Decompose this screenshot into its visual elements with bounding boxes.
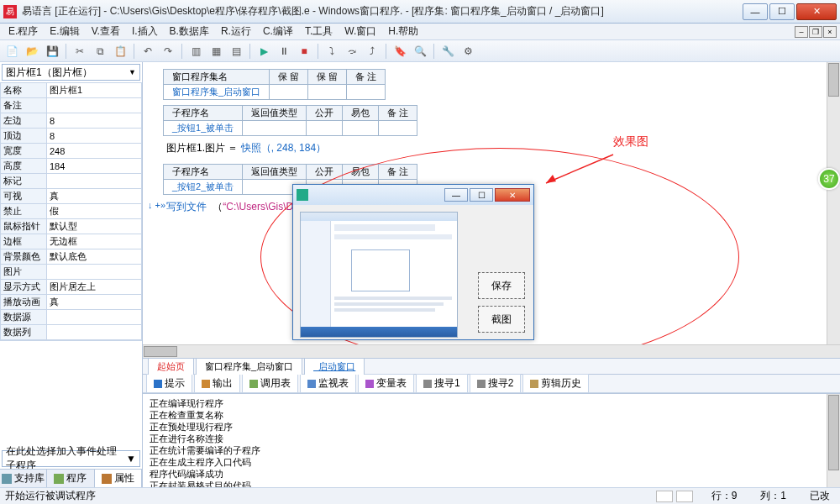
tool2-icon[interactable]: ⚙: [459, 43, 476, 60]
prop-value[interactable]: 图片居左上: [47, 280, 142, 295]
object-selector[interactable]: 图片框1（图片框） ▼: [2, 64, 140, 81]
search-icon: [477, 380, 486, 388]
prop-value[interactable]: 默认底色: [47, 249, 142, 265]
output-vscroll[interactable]: [827, 394, 840, 487]
status-icon2[interactable]: [676, 491, 693, 502]
menu-run[interactable]: R.运行: [216, 23, 256, 40]
debug-tab-cliphist[interactable]: 剪辑历史: [522, 374, 589, 393]
annotation-arrow: [538, 155, 622, 188]
prop-value[interactable]: 8: [47, 129, 142, 144]
close-button[interactable]: ✕: [796, 3, 837, 20]
editor-hscroll[interactable]: [143, 344, 840, 358]
mdi-restore[interactable]: ❐: [809, 26, 822, 38]
mdi-close[interactable]: ×: [823, 26, 837, 38]
tab-program[interactable]: 程序: [47, 470, 94, 487]
menu-program[interactable]: E.程序: [3, 23, 43, 40]
prop-value[interactable]: [47, 265, 142, 280]
cut-icon[interactable]: ✂: [71, 43, 88, 60]
new-icon[interactable]: 📄: [3, 43, 20, 60]
prop-value[interactable]: 假: [47, 204, 142, 219]
stop-icon[interactable]: ■: [296, 43, 312, 60]
preview-capture-button[interactable]: 截图: [478, 306, 525, 333]
redo-icon[interactable]: ↷: [160, 43, 176, 60]
mdi-minimize[interactable]: –: [795, 26, 808, 38]
output-pane[interactable]: 正在编译现行程序 正在检查重复名称 正在预处理现行程序 正在进行名称连接 正在统…: [143, 393, 840, 487]
debug-tab-search2[interactable]: 搜寻2: [470, 374, 522, 393]
preview-close[interactable]: ✕: [495, 188, 530, 202]
prop-value[interactable]: [47, 98, 142, 113]
open-icon[interactable]: 📂: [24, 43, 40, 60]
prop-value[interactable]: 图片框1: [47, 83, 142, 98]
tool1-icon[interactable]: 🔧: [439, 43, 456, 60]
debug-tab-search1[interactable]: 搜寻1: [416, 374, 468, 393]
debug-tab-output[interactable]: 输出: [194, 374, 240, 393]
menu-edit[interactable]: E.编辑: [45, 23, 84, 40]
debug-tab-vars[interactable]: 变量表: [358, 374, 414, 393]
stepout-icon[interactable]: ⤴: [364, 43, 381, 60]
menu-database[interactable]: B.数据库: [165, 23, 214, 40]
doc-tab-start[interactable]: 起始页: [148, 358, 194, 375]
prop-value[interactable]: [47, 174, 142, 189]
menu-help[interactable]: H.帮助: [383, 23, 423, 40]
pause-icon[interactable]: ⏸: [276, 43, 292, 60]
status-message: 开始运行被调试程序: [5, 489, 96, 503]
paste-icon[interactable]: 📋: [112, 43, 129, 60]
prop-value[interactable]: 8: [47, 113, 142, 129]
status-icon1[interactable]: [656, 491, 673, 502]
preview-minimize[interactable]: —: [444, 188, 468, 202]
call-icon: [249, 380, 258, 388]
menu-compile[interactable]: C.编译: [258, 23, 298, 40]
stepinto-icon[interactable]: ⤵: [323, 43, 340, 60]
run-icon[interactable]: ▶: [255, 43, 272, 60]
prop-value[interactable]: 默认型: [47, 219, 142, 234]
debug-tab-callstack[interactable]: 调用表: [242, 374, 298, 393]
prop-value[interactable]: [47, 325, 142, 340]
preview-maximize[interactable]: ☐: [470, 188, 493, 202]
preview-image-box: [300, 212, 458, 338]
tab-support-lib[interactable]: 支持库: [0, 470, 47, 487]
layout2-icon[interactable]: ▦: [207, 43, 224, 60]
preview-save-button[interactable]: 保存: [478, 272, 525, 299]
debug-tab-watch[interactable]: 监视表: [300, 374, 356, 393]
preview-app-icon: [297, 189, 308, 201]
prop-name: 图片: [1, 265, 47, 280]
property-grid[interactable]: 名称图片框1备注左边8顶边8宽度248高度184标记可视真禁止假鼠标指针默认型边…: [0, 82, 142, 340]
doc-tab-window[interactable]: _启动窗口: [304, 358, 365, 375]
prop-value[interactable]: [47, 310, 142, 325]
find-icon[interactable]: 🔍: [412, 43, 428, 60]
copy-icon[interactable]: ⧉: [92, 43, 108, 60]
prop-value[interactable]: 无边框: [47, 234, 142, 249]
event-selector[interactable]: 在此处选择加入事件处理子程序 ▼: [2, 450, 140, 467]
prop-name: 宽度: [1, 144, 47, 159]
output-text: 正在编译现行程序 正在检查重复名称 正在预处理现行程序 正在进行名称连接 正在统…: [143, 394, 840, 487]
minimize-button[interactable]: —: [743, 3, 768, 20]
prop-value[interactable]: 248: [47, 144, 142, 159]
stepover-icon[interactable]: ⤼: [344, 43, 360, 60]
menu-insert[interactable]: I.插入: [127, 23, 163, 40]
toolbar: 📄 📂 💾 ✂ ⧉ 📋 ↶ ↷ ▥ ▦ ▤ ▶ ⏸ ■ ⤵ ⤼ ⤴ 🔖 🔍 🔧 …: [0, 40, 840, 62]
hint-icon: [154, 380, 162, 388]
prop-value[interactable]: 184: [47, 159, 142, 174]
save-icon[interactable]: 💾: [44, 43, 60, 60]
code-line-1: 图片框1.图片 ＝ 快照（, 248, 184）: [166, 141, 830, 155]
prop-value[interactable]: 真: [47, 189, 142, 204]
layout1-icon[interactable]: ▥: [187, 43, 204, 60]
menu-view[interactable]: V.查看: [87, 23, 125, 40]
doc-tab-assembly[interactable]: 窗口程序集_启动窗口: [196, 358, 302, 375]
breakpoint-marker[interactable]: ↓ +»: [148, 200, 165, 210]
notification-badge[interactable]: 37: [818, 168, 840, 190]
maximize-button[interactable]: ☐: [769, 3, 795, 20]
preview-titlebar[interactable]: — ☐ ✕: [293, 185, 533, 205]
editor-vscroll[interactable]: [827, 62, 840, 344]
bookmark-icon[interactable]: 🔖: [391, 43, 408, 60]
props-icon: [102, 474, 112, 484]
menu-tools[interactable]: T.工具: [300, 23, 338, 40]
menu-window[interactable]: W.窗口: [339, 23, 381, 40]
tree-icon: [54, 474, 64, 484]
prop-value[interactable]: 真: [47, 295, 142, 310]
layout3-icon[interactable]: ▤: [228, 43, 244, 60]
tab-properties[interactable]: 属性: [95, 470, 142, 487]
debug-tab-hint[interactable]: 提示: [146, 374, 192, 393]
code-editor[interactable]: 窗口程序集名保 留保 留备 注 窗口程序集_启动窗口 子程序名返回值类型公开易包…: [143, 62, 840, 344]
undo-icon[interactable]: ↶: [139, 43, 156, 60]
